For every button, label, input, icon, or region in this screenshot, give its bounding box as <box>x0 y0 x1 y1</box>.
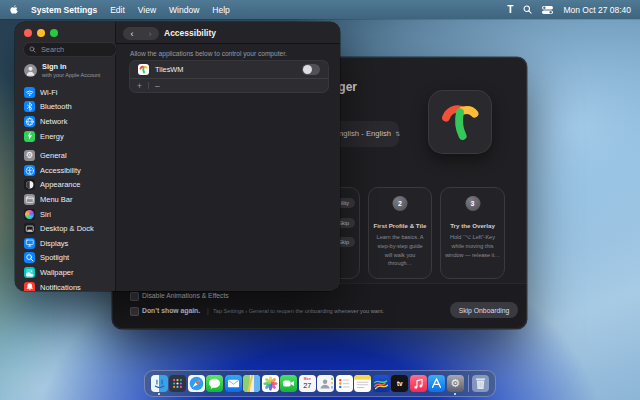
sidebar-item-label: Bluetooth <box>40 102 72 111</box>
card2-title: First Profile & Tile <box>369 222 431 229</box>
spotlight-search-icon[interactable] <box>523 5 532 14</box>
sidebar-item-network[interactable]: Network <box>19 114 112 129</box>
sidebar-search[interactable] <box>23 42 117 57</box>
menu-bar-clock[interactable]: Mon Oct 27 08:40 <box>563 5 631 15</box>
dock-item-messages[interactable] <box>206 371 225 396</box>
close-button[interactable] <box>24 29 32 37</box>
freeform-icon <box>373 375 390 392</box>
minimize-button[interactable] <box>37 29 45 37</box>
dock-item-maps[interactable] <box>243 371 262 396</box>
pane-title: Accessibility <box>164 28 216 38</box>
trash-icon <box>472 375 489 392</box>
dock-item-notes[interactable] <box>354 371 373 396</box>
sidebar-item-label: Energy <box>40 132 64 141</box>
sidebar-item-label: Spotlight <box>40 253 69 262</box>
dock-item-freeform[interactable] <box>372 371 391 396</box>
card3-title: Try the Overlay <box>441 222 504 229</box>
sidebar-item-label: Desktop & Dock <box>40 224 94 233</box>
dock-item-tv[interactable]: tv <box>391 371 410 396</box>
control-center-icon[interactable] <box>542 6 553 14</box>
sign-in-row[interactable]: Sign in with your Apple Account <box>24 63 104 78</box>
tileswm-small-icon <box>138 64 149 75</box>
skip-onboarding-button[interactable]: Skip Onboarding <box>450 302 518 318</box>
footer-note: Tap Settings › General to reopen the onb… <box>213 308 384 314</box>
toggle-knob <box>303 65 312 74</box>
tv-label: tv <box>397 380 403 387</box>
sidebar-item-bluetooth[interactable]: Bluetooth <box>19 100 112 115</box>
sign-in-subtitle: with your Apple Account <box>42 72 104 79</box>
apple-menu[interactable] <box>9 4 18 15</box>
dock-item-launchpad[interactable] <box>169 371 188 396</box>
onboarding-card-3: 3 Try the Overlay Hold “⌥ Left”-Key whil… <box>440 187 505 279</box>
dock-divider <box>468 375 469 392</box>
settings-content: ‹ › Accessibility Allow the applications… <box>116 22 340 291</box>
tileswm-status-item[interactable]: T <box>507 4 513 15</box>
menu-help[interactable]: Help <box>212 5 229 15</box>
zoom-button[interactable] <box>50 29 58 37</box>
dock-item-settings[interactable]: ⚙ <box>446 371 465 396</box>
sidebar-item-accessibility[interactable]: Accessibility <box>19 163 112 178</box>
music-icon <box>410 375 427 392</box>
globe-icon <box>24 116 35 127</box>
search-icon <box>29 46 36 53</box>
sidebar-item-notifications[interactable]: Notifications <box>19 280 112 291</box>
app-row-tileswm[interactable]: TilesWM <box>130 61 328 78</box>
calendar-day: 27 <box>303 382 311 389</box>
sidebar-item-menu-bar[interactable]: Menu Bar <box>19 192 112 207</box>
footer-divider <box>148 82 149 89</box>
card2-step-badge: 2 <box>393 196 408 211</box>
menu-view[interactable]: View <box>138 5 156 15</box>
launchpad-icon <box>169 375 186 392</box>
back-button[interactable]: ‹ <box>131 29 134 39</box>
app-store-icon <box>428 375 445 392</box>
language-select-value[interactable]: nglish - English ⇅ <box>339 129 400 138</box>
onboarding-card-2: 2 First Profile & Tile Learn the basics.… <box>368 187 432 279</box>
search-input[interactable] <box>39 44 103 55</box>
chevron-updown-icon: ⇅ <box>395 130 400 137</box>
sidebar-item-spotlight[interactable]: Spotlight <box>19 251 112 266</box>
appearance-icon <box>24 179 35 190</box>
sidebar-item-wallpaper[interactable]: Wallpaper <box>19 265 112 280</box>
menu-window[interactable]: Window <box>169 5 199 15</box>
avatar-icon <box>24 64 37 77</box>
sidebar-item-desktop-dock[interactable]: Desktop & Dock <box>19 221 112 236</box>
dock-icon <box>24 223 35 234</box>
dock-item-mail[interactable] <box>224 371 243 396</box>
sidebar-item-label: Wallpaper <box>40 268 74 277</box>
dock-item-facetime[interactable] <box>280 371 299 396</box>
sidebar-item-displays[interactable]: Displays <box>19 236 112 251</box>
dock-item-calendar[interactable]: Mon27 <box>298 371 317 396</box>
dock-item-reminders[interactable] <box>335 371 354 396</box>
add-app-button[interactable]: + <box>137 81 142 91</box>
photos-icon <box>262 375 279 392</box>
sidebar-item-energy[interactable]: Energy <box>19 129 112 144</box>
dock-item-trash[interactable] <box>472 371 491 396</box>
settings-icon: ⚙ <box>447 375 464 392</box>
menu-bar: System Settings Edit View Window Help T … <box>0 0 640 19</box>
dont-show-again-checkbox[interactable] <box>130 307 139 316</box>
dock-item-photos[interactable] <box>261 371 280 396</box>
dock-item-music[interactable] <box>409 371 428 396</box>
reminders-icon <box>336 375 353 392</box>
tileswm-toggle[interactable] <box>302 64 320 75</box>
forward-button[interactable]: › <box>149 29 152 39</box>
sidebar-item-label: Appearance <box>40 180 80 189</box>
dock-item-contacts[interactable] <box>317 371 336 396</box>
running-indicator <box>454 393 456 395</box>
sidebar-item-label: Displays <box>40 239 68 248</box>
history-nav: ‹ › <box>123 27 159 40</box>
sidebar-item-appearance[interactable]: Appearance <box>19 178 112 193</box>
sidebar-items: Wi-FiBluetoothNetworkEnergy⚙GeneralAcces… <box>19 85 112 291</box>
disable-animations-checkbox[interactable] <box>130 292 139 301</box>
sidebar-item-general[interactable]: ⚙General <box>19 148 112 163</box>
dock-item-finder[interactable] <box>150 371 169 396</box>
menu-edit[interactable]: Edit <box>110 5 125 15</box>
remove-app-button[interactable]: – <box>155 81 160 91</box>
dock-item-safari[interactable] <box>187 371 206 396</box>
menu-app-name[interactable]: System Settings <box>31 5 97 15</box>
window-controls <box>24 29 58 37</box>
sidebar-item-wi-fi[interactable]: Wi-Fi <box>19 85 112 100</box>
dock-item-app-store[interactable] <box>428 371 447 396</box>
sidebar-item-siri[interactable]: Siri <box>19 207 112 222</box>
allowed-apps-list: TilesWM + – <box>129 60 329 93</box>
